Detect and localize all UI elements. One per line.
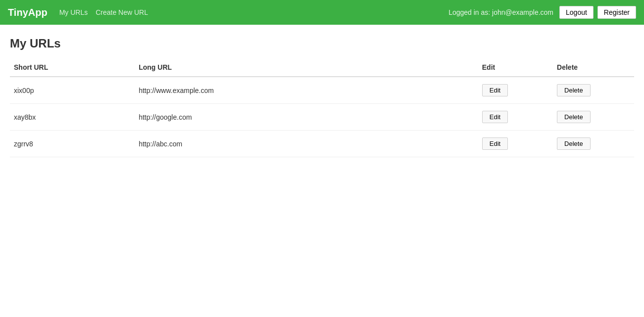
cell-long-url: http://www.example.com [135,77,478,104]
app-brand[interactable]: TinyApp [8,7,48,18]
cell-edit: Edit [478,131,553,157]
cell-delete: Delete [553,131,634,157]
edit-button[interactable]: Edit [482,137,508,150]
table-header: Short URL Long URL Edit Delete [10,58,634,77]
urls-table: Short URL Long URL Edit Delete xix00phtt… [10,58,634,157]
logout-button[interactable]: Logout [559,6,594,19]
main-content: My URLs Short URL Long URL Edit Delete x… [0,25,644,169]
col-header-long-url: Long URL [135,58,478,77]
register-button[interactable]: Register [597,6,636,19]
edit-button[interactable]: Edit [482,84,508,96]
col-header-short-url: Short URL [10,58,135,77]
delete-button[interactable]: Delete [557,111,591,123]
cell-long-url: http://google.com [135,104,478,131]
table-row: xix00phttp://www.example.comEditDelete [10,77,634,104]
cell-delete: Delete [553,77,634,104]
logged-in-text: Logged in as: john@example.com [448,8,553,16]
col-header-edit: Edit [478,58,553,77]
cell-edit: Edit [478,104,553,131]
table-row: zgrrv8http://abc.comEditDelete [10,131,634,157]
cell-short-url: xay8bx [10,104,135,131]
table-body: xix00phttp://www.example.comEditDeletexa… [10,77,634,157]
edit-button[interactable]: Edit [482,111,508,123]
nav-create-url[interactable]: Create New URL [96,8,148,16]
col-header-delete: Delete [553,58,634,77]
navbar-right: Logged in as: john@example.com Logout Re… [448,6,636,19]
navbar: TinyApp My URLs Create New URL Logged in… [0,0,644,25]
navbar-links: My URLs Create New URL [59,8,448,16]
page-title: My URLs [10,37,634,50]
nav-my-urls[interactable]: My URLs [59,8,88,16]
cell-short-url: xix00p [10,77,135,104]
table-row: xay8bxhttp://google.comEditDelete [10,104,634,131]
cell-short-url: zgrrv8 [10,131,135,157]
delete-button[interactable]: Delete [557,137,591,150]
cell-edit: Edit [478,77,553,104]
delete-button[interactable]: Delete [557,84,591,96]
cell-long-url: http://abc.com [135,131,478,157]
cell-delete: Delete [553,104,634,131]
